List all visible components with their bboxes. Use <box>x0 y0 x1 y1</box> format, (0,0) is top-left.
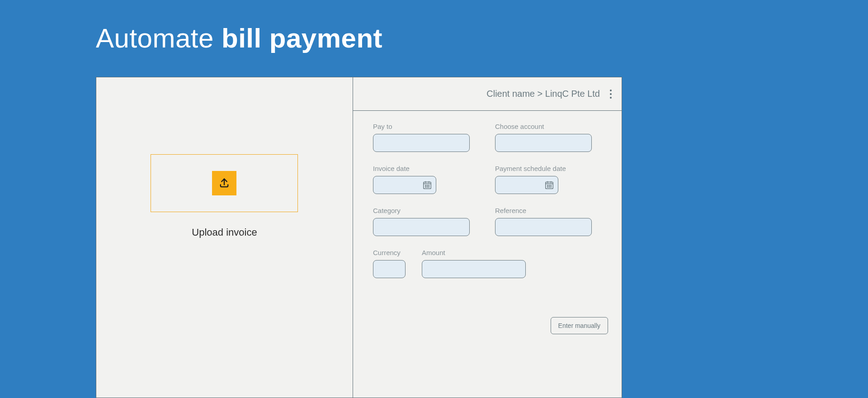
upload-dropzone[interactable] <box>151 154 298 212</box>
calendar-icon <box>544 180 554 190</box>
enter-manually-button[interactable]: Enter manually <box>551 317 608 334</box>
upload-label: Upload invoice <box>96 227 353 238</box>
breadcrumb-value: LinqC Pte Ltd <box>545 89 600 99</box>
title-prefix: Automate <box>96 23 222 53</box>
field-choose-account: Choose account <box>495 123 592 152</box>
payment-schedule-date-input[interactable] <box>495 176 558 194</box>
svg-point-8 <box>547 185 548 185</box>
upload-icon <box>212 171 236 195</box>
form-row: Currency Amount <box>373 249 602 278</box>
label-currency: Currency <box>373 249 406 256</box>
form-row: Category Reference <box>373 207 602 236</box>
label-amount: Amount <box>422 249 526 256</box>
field-invoice-date: Invoice date <box>373 165 470 194</box>
page-title: Automate bill payment <box>96 23 382 54</box>
label-category: Category <box>373 207 470 214</box>
upload-pane: Upload invoice <box>96 77 353 398</box>
amount-input[interactable] <box>422 260 526 278</box>
label-pay-to: Pay to <box>373 123 470 130</box>
svg-point-1 <box>425 185 426 185</box>
currency-input[interactable] <box>373 260 406 278</box>
breadcrumb-separator: > <box>538 89 543 99</box>
label-payment-schedule-date: Payment schedule date <box>495 165 592 172</box>
breadcrumb-label: Client name <box>486 89 535 99</box>
svg-point-4 <box>425 187 426 187</box>
invoice-date-input[interactable] <box>373 176 436 194</box>
svg-point-2 <box>427 185 427 185</box>
bill-payment-panel: Upload invoice Client name > LinqC Pte L… <box>96 77 622 398</box>
title-bold: bill payment <box>222 23 382 53</box>
reference-input[interactable] <box>495 218 592 236</box>
svg-point-5 <box>427 187 427 187</box>
label-choose-account: Choose account <box>495 123 592 130</box>
form-row: Pay to Choose account <box>373 123 602 152</box>
field-amount: Amount <box>422 249 526 278</box>
form-area: Pay to Choose account Invoice date <box>373 123 602 291</box>
choose-account-input[interactable] <box>495 134 592 152</box>
calendar-icon <box>422 180 432 190</box>
label-reference: Reference <box>495 207 592 214</box>
breadcrumb: Client name > LinqC Pte Ltd <box>486 89 600 99</box>
form-header: Client name > LinqC Pte Ltd <box>353 77 622 111</box>
svg-point-11 <box>547 187 548 187</box>
field-currency: Currency <box>373 249 406 278</box>
field-pay-to: Pay to <box>373 123 470 152</box>
svg-point-10 <box>551 185 551 185</box>
svg-point-13 <box>551 187 551 187</box>
pay-to-input[interactable] <box>373 134 470 152</box>
svg-point-6 <box>429 187 429 187</box>
field-category: Category <box>373 207 470 236</box>
label-invoice-date: Invoice date <box>373 165 470 172</box>
field-payment-schedule-date: Payment schedule date <box>495 165 592 194</box>
svg-point-12 <box>549 187 549 187</box>
more-options-icon[interactable] <box>608 88 613 100</box>
field-reference: Reference <box>495 207 592 236</box>
svg-point-3 <box>429 185 429 185</box>
form-row: Invoice date <box>373 165 602 194</box>
form-pane: Client name > LinqC Pte Ltd Pay to Choos… <box>353 77 622 398</box>
category-input[interactable] <box>373 218 470 236</box>
svg-point-9 <box>549 185 549 185</box>
